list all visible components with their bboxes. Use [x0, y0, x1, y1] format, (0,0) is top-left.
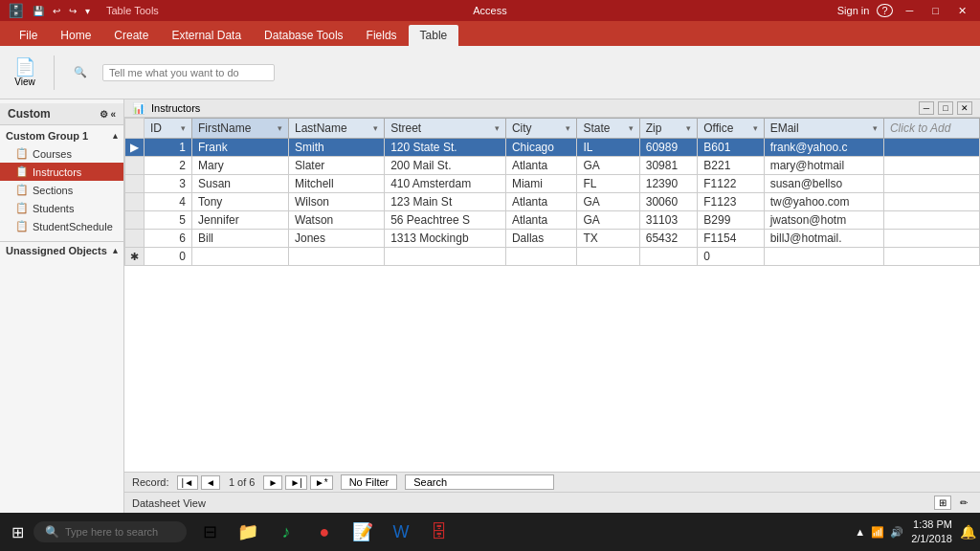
redo-btn[interactable]: ↪ — [66, 5, 79, 17]
cell-id-5[interactable]: 5 — [145, 211, 192, 230]
new-row-firstname[interactable] — [192, 248, 289, 266]
sidebar-group-header[interactable]: Custom Group 1 ▴ — [0, 127, 123, 144]
ribbon-search-box[interactable] — [102, 64, 275, 81]
cell-id-3[interactable]: 3 — [145, 175, 192, 193]
cell-street-2[interactable]: 200 Mail St. — [385, 157, 506, 175]
cell-city-1[interactable]: Chicago — [505, 139, 576, 157]
tab-fields[interactable]: Fields — [355, 25, 409, 46]
col-header-city[interactable]: City▾ — [505, 119, 576, 139]
nav-last-btn[interactable]: ►| — [285, 475, 307, 490]
sys-up-arrow[interactable]: ▲ — [855, 526, 865, 538]
cell-firstname-3[interactable]: Susan — [192, 175, 289, 193]
cell-state-6[interactable]: TX — [577, 230, 639, 248]
sidebar-item-instructors[interactable]: 📋 Instructors — [0, 163, 123, 181]
col-header-click-to-add[interactable]: Click to Add — [883, 119, 979, 139]
tab-database-tools[interactable]: Database Tools — [253, 25, 355, 46]
nav-prev-btn[interactable]: ◄ — [201, 475, 220, 490]
cell-state-4[interactable]: GA — [577, 193, 639, 211]
taskbar-clock[interactable]: 1:38 PM 2/1/2018 — [911, 518, 952, 547]
cell-zip-5[interactable]: 31103 — [639, 211, 698, 230]
cell-office-5[interactable]: B299 — [698, 211, 764, 230]
cell-zip-4[interactable]: 30060 — [639, 193, 698, 211]
help-btn[interactable]: ? — [877, 4, 892, 17]
nav-next-btn[interactable]: ► — [263, 475, 282, 490]
new-row-zip[interactable] — [639, 248, 698, 266]
cell-id-4[interactable]: 4 — [145, 193, 192, 211]
tab-external-data[interactable]: External Data — [160, 25, 253, 46]
cell-street-4[interactable]: 123 Main St — [385, 193, 506, 211]
col-header-office[interactable]: Office▾ — [698, 119, 764, 139]
cell-state-2[interactable]: GA — [577, 157, 639, 175]
cell-extra-4[interactable] — [883, 193, 979, 211]
start-button[interactable]: ⊞ — [4, 519, 32, 545]
sidebar-config-icon[interactable]: ⚙ — [100, 109, 108, 120]
cell-street-3[interactable]: 410 Amsterdam — [385, 175, 506, 193]
cell-email-5[interactable]: jwatson@hotm — [764, 211, 883, 230]
taskbar-search-box[interactable]: 🔍 — [33, 521, 187, 542]
tab-create[interactable]: Create — [102, 25, 160, 46]
cell-lastname-3[interactable]: Mitchell — [289, 175, 385, 193]
table-row[interactable]: ▶ 1 Frank Smith 120 State St. Chicago IL… — [125, 139, 980, 157]
new-row-email[interactable] — [764, 248, 883, 266]
sidebar-item-studentschedule[interactable]: 📋 StudentSchedule — [0, 217, 123, 235]
new-row-extra[interactable] — [883, 248, 979, 266]
nav-first-btn[interactable]: |◄ — [177, 475, 199, 490]
unassigned-section-header[interactable]: Unassigned Objects ▴ — [0, 241, 123, 259]
taskbar-access[interactable]: 🗄 — [422, 515, 457, 549]
table-row[interactable]: 4 Tony Wilson 123 Main St Atlanta GA 300… — [125, 193, 980, 211]
cell-lastname-4[interactable]: Wilson — [289, 193, 385, 211]
network-icon[interactable]: 📶 — [871, 526, 884, 539]
view-datasheet-btn[interactable]: ⊞ — [934, 496, 951, 510]
table-search-input[interactable] — [405, 474, 554, 490]
cell-lastname-1[interactable]: Smith — [289, 139, 385, 157]
new-row-state[interactable] — [577, 248, 639, 266]
cell-id-6[interactable]: 6 — [145, 230, 192, 248]
view-btn[interactable]: 📄 View — [8, 55, 42, 90]
cell-lastname-2[interactable]: Slater — [289, 157, 385, 175]
taskbar-evernote[interactable]: 📝 — [345, 515, 380, 549]
cell-extra-1[interactable] — [883, 139, 979, 157]
undo-btn[interactable]: ↩ — [50, 5, 63, 17]
cell-street-5[interactable]: 56 Peachtree S — [385, 211, 506, 230]
new-row-street[interactable] — [385, 248, 506, 266]
taskbar-word[interactable]: W — [384, 515, 418, 549]
volume-icon[interactable]: 🔊 — [890, 526, 903, 539]
col-header-zip[interactable]: Zip▾ — [639, 119, 698, 139]
save-quick-btn[interactable]: 💾 — [30, 5, 47, 17]
new-row-city[interactable] — [505, 248, 576, 266]
cell-extra-2[interactable] — [883, 157, 979, 175]
new-row-office[interactable]: 0 — [698, 248, 764, 266]
tab-file[interactable]: File — [8, 25, 49, 46]
table-close-btn[interactable]: ✕ — [957, 101, 972, 115]
cell-city-2[interactable]: Atlanta — [505, 157, 576, 175]
sidebar-collapse-icon[interactable]: « — [110, 109, 116, 120]
close-btn[interactable]: ✕ — [952, 5, 972, 17]
restore-btn[interactable]: □ — [926, 5, 945, 16]
more-qa-btn[interactable]: ▾ — [82, 5, 93, 17]
no-filter-btn[interactable]: No Filter — [341, 474, 398, 490]
notification-icon[interactable]: 🔔 — [960, 524, 976, 540]
cell-email-4[interactable]: tw@yahoo.com — [764, 193, 883, 211]
signin-link[interactable]: Sign in — [837, 5, 870, 16]
cell-office-6[interactable]: F1154 — [698, 230, 764, 248]
cell-state-5[interactable]: GA — [577, 211, 639, 230]
taskbar-task-view[interactable]: ⊟ — [192, 515, 227, 549]
col-header-id[interactable]: ID▾ — [145, 119, 192, 139]
table-minimize-btn[interactable]: ─ — [919, 101, 934, 115]
cell-firstname-6[interactable]: Bill — [192, 230, 289, 248]
table-row[interactable]: 2 Mary Slater 200 Mail St. Atlanta GA 30… — [125, 157, 980, 175]
taskbar-chrome[interactable]: ● — [307, 515, 342, 549]
cell-street-6[interactable]: 1313 Mockingb — [385, 230, 506, 248]
new-row-id[interactable]: 0 — [145, 248, 192, 266]
ribbon-search-input[interactable] — [109, 67, 268, 78]
tab-table[interactable]: Table — [409, 25, 459, 46]
cell-office-1[interactable]: B601 — [698, 139, 764, 157]
cell-zip-6[interactable]: 65432 — [639, 230, 698, 248]
cell-zip-1[interactable]: 60989 — [639, 139, 698, 157]
cell-city-4[interactable]: Atlanta — [505, 193, 576, 211]
new-row-lastname[interactable] — [289, 248, 385, 266]
cell-city-3[interactable]: Miami — [505, 175, 576, 193]
cell-firstname-4[interactable]: Tony — [192, 193, 289, 211]
cell-zip-2[interactable]: 30981 — [639, 157, 698, 175]
cell-firstname-2[interactable]: Mary — [192, 157, 289, 175]
